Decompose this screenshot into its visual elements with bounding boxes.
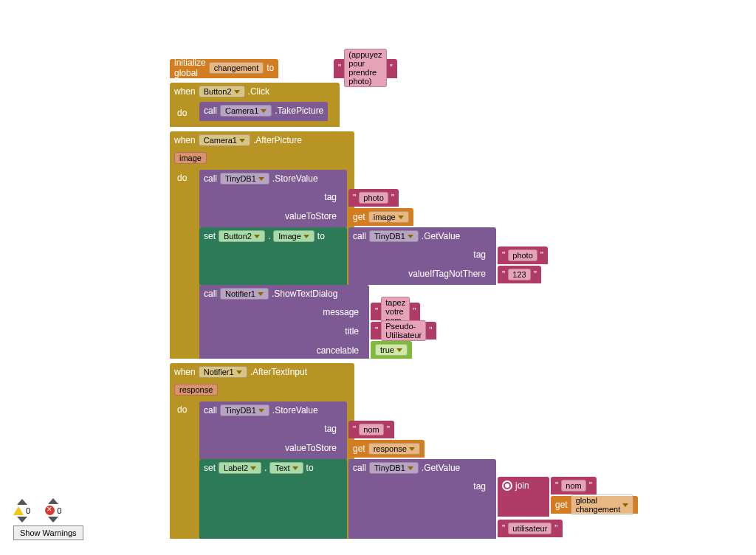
up-arrow-icon[interactable] [48, 498, 58, 504]
call-showtextdialog[interactable]: call Notifier1 .ShowTextDialog message t… [199, 285, 369, 359]
show-warnings-button[interactable]: Show Warnings [13, 525, 83, 540]
param-image[interactable]: image [174, 152, 207, 164]
call-getvalue-nom[interactable]: call TinyDB1 .GetValue tag valueIfTagNot… [348, 459, 496, 539]
join-nom[interactable]: "nom" [551, 477, 597, 494]
when-label: when [174, 86, 196, 97]
gear-icon[interactable] [502, 480, 512, 491]
msg-val[interactable]: "tapez votre nom" [371, 303, 420, 320]
camera-chip[interactable]: Camera1 [199, 134, 250, 146]
param-response[interactable]: response [174, 384, 218, 396]
warnings-panel: 0 0 Show Warnings [13, 498, 83, 540]
vint-utilisateur[interactable]: "utilisateur" [498, 520, 563, 537]
vint-123[interactable]: "123" [498, 266, 541, 283]
cancel-val[interactable]: true [371, 341, 412, 359]
event-label: .AfterPicture [253, 135, 302, 145]
err-count: 0 [57, 506, 61, 515]
tag-photo-2[interactable]: "photo" [498, 247, 548, 264]
set-label2-text[interactable]: set Label2 . Text to [199, 459, 347, 539]
up-arrow-icon[interactable] [17, 499, 27, 505]
down-arrow-icon[interactable] [17, 517, 27, 523]
title-val[interactable]: "Pseudo-Utilisateur" [371, 322, 436, 339]
call-label: call [204, 106, 217, 116]
down-arrow-icon[interactable] [48, 517, 58, 523]
join-block[interactable]: join [498, 477, 549, 517]
init-value[interactable]: (appuyez pour prendre photo) [344, 49, 386, 87]
call-takepicture[interactable]: call Camera1 .TakePicture [199, 102, 328, 121]
tag-photo[interactable]: "photo" [348, 189, 399, 207]
call-storevalue-nom[interactable]: call TinyDB1 .StoreValue tag valueToStor… [199, 401, 347, 459]
get-image[interactable]: getimage [348, 208, 413, 226]
do-label: do [177, 173, 187, 183]
event-label: .Click [248, 86, 269, 97]
call-getvalue-photo[interactable]: call TinyDB1 .GetValue tag valueIfTagNot… [348, 227, 496, 285]
component-chip[interactable]: Button2 [199, 86, 245, 97]
set-button2-image[interactable]: set Button2 . Image to [199, 227, 347, 285]
init-value-block[interactable]: " (appuyez pour prendre photo) " [334, 59, 397, 78]
warning-icon [13, 506, 24, 515]
when-label: when [174, 135, 196, 145]
get-global-changement[interactable]: getglobal changement [551, 496, 638, 514]
tag-nom[interactable]: "nom" [348, 421, 394, 438]
get-response[interactable]: getresponse [348, 440, 425, 458]
do-label: do [177, 108, 187, 118]
var-name-chip[interactable]: changement [209, 62, 264, 74]
to-label: to [267, 63, 274, 73]
initialize-label: initialize global [174, 58, 206, 78]
error-icon [45, 506, 55, 515]
warn-count: 0 [26, 506, 30, 515]
method-label: .TakePicture [275, 106, 323, 116]
call-storevalue-photo[interactable]: call TinyDB1 .StoreValue tag valueToStor… [199, 170, 347, 227]
camera-chip[interactable]: Camera1 [220, 105, 272, 117]
init-global-block[interactable]: initialize global changement to [170, 59, 278, 78]
